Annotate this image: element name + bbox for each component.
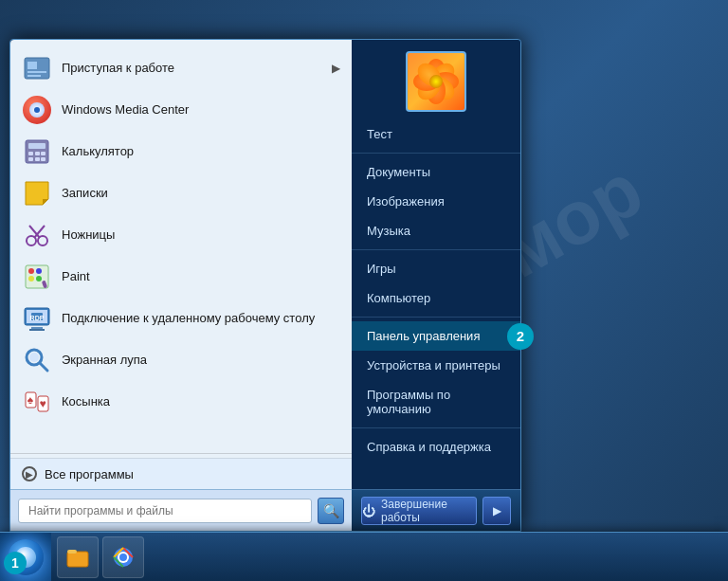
right-menu-games-text: Игры (367, 262, 396, 276)
right-menu-defaults-text: Программы по умолчанию (367, 388, 505, 416)
left-divider (10, 453, 352, 454)
all-programs-item[interactable]: ▶ Все программы (10, 458, 352, 489)
right-menu-item-music[interactable]: Музыка (352, 216, 520, 245)
paint-icon (22, 262, 52, 292)
taskbar-file-explorer[interactable] (57, 536, 99, 578)
svg-rect-1 (27, 62, 37, 69)
right-menu-control-panel-text: Панель управления (367, 329, 480, 343)
svg-rect-37 (67, 552, 88, 567)
sticky-notes-icon (22, 178, 52, 209)
chrome-icon (112, 546, 135, 569)
svg-rect-6 (28, 152, 33, 155)
right-menu-item-devices[interactable]: Устройства и принтеры (352, 351, 520, 380)
get-started-arrow: ▶ (332, 62, 340, 75)
right-panel: Тест Документы Изображения Музыка Игры К… (352, 40, 520, 531)
right-menu-documents-text: Документы (367, 165, 430, 179)
search-input[interactable] (18, 499, 312, 523)
badge-2: 2 (507, 323, 534, 350)
right-menu-devices-text: Устройства и принтеры (367, 358, 500, 372)
get-started-icon (22, 53, 52, 83)
rdp-icon: RDP (22, 303, 52, 334)
right-menu-item-games[interactable]: Игры (352, 254, 520, 283)
menu-item-get-started[interactable]: Приступая к работе ▶ (10, 47, 352, 89)
scissors-text: Ножницы (62, 227, 115, 244)
menu-item-solitaire[interactable]: ♠ ♥ Косынка (10, 381, 352, 423)
left-panel-items: Приступая к работе ▶ Windows Media Cente… (10, 40, 352, 449)
search-bar: 🔍 (10, 489, 352, 531)
start-menu: Приступая к работе ▶ Windows Media Cente… (9, 39, 521, 532)
svg-text:♥: ♥ (39, 397, 46, 410)
right-menu-help-text: Справка и поддержка (367, 440, 491, 454)
menu-item-paint[interactable]: Paint (10, 256, 352, 298)
svg-point-20 (36, 268, 42, 274)
scissors-icon (22, 220, 52, 250)
paint-text: Paint (62, 269, 90, 285)
get-started-text: Приступая к работе (62, 61, 174, 77)
right-menu-item-computer[interactable]: Компьютер (352, 283, 520, 313)
menu-item-rdp[interactable]: RDP Подключение к удаленному рабочему ст… (10, 298, 352, 339)
taskbar: 1 (0, 532, 728, 581)
right-divider-1 (352, 153, 520, 154)
user-avatar (406, 51, 466, 112)
search-button[interactable]: 🔍 (318, 498, 344, 524)
svg-rect-27 (29, 329, 45, 331)
menu-item-magnifier[interactable]: Экранная лупа (10, 339, 352, 381)
right-menu-images-text: Изображения (367, 194, 445, 209)
shutdown-bar: ⏻ Завершение работы ▶ (352, 489, 520, 531)
media-center-text: Windows Media Center (62, 102, 189, 118)
menu-item-media-center[interactable]: Windows Media Center (10, 89, 352, 131)
right-menu-item-help[interactable]: Справка и поддержка (352, 432, 520, 462)
svg-rect-9 (28, 157, 33, 161)
svg-rect-26 (31, 327, 43, 329)
right-menu-computer-text: Компьютер (367, 291, 430, 305)
svg-rect-10 (35, 157, 40, 161)
shutdown-arrow-button[interactable]: ▶ (482, 497, 511, 525)
svg-rect-7 (35, 152, 40, 155)
magnifier-text: Экранная лупа (62, 353, 147, 369)
right-menu-item-documents[interactable]: Документы (352, 157, 520, 187)
right-menu-music-text: Музыка (367, 224, 410, 238)
right-menu-item-control-panel[interactable]: Панель управления 2 (352, 321, 520, 351)
menu-item-scissors[interactable]: Ножницы (10, 214, 352, 256)
taskbar-items (51, 533, 150, 581)
calculator-text: Калькулятор (62, 144, 134, 160)
svg-rect-2 (27, 71, 46, 73)
right-menu-item-defaults[interactable]: Программы по умолчанию (352, 380, 520, 424)
right-divider-4 (352, 427, 520, 428)
right-menu-item-images[interactable]: Изображения (352, 187, 520, 216)
all-programs-text: Все программы (45, 467, 134, 481)
sticky-notes-text: Записки (62, 186, 108, 202)
taskbar-chrome[interactable] (102, 536, 144, 578)
svg-point-31 (29, 353, 39, 362)
svg-rect-8 (41, 152, 46, 155)
start-button[interactable]: 1 (0, 533, 51, 582)
menu-item-calculator[interactable]: Калькулятор (10, 131, 352, 172)
svg-text:♠: ♠ (27, 393, 34, 407)
calculator-icon (22, 136, 52, 167)
shutdown-icon: ⏻ (362, 503, 375, 518)
svg-point-21 (28, 276, 34, 281)
rdp-text: Подключение к удаленному рабочему столу (62, 311, 315, 327)
desktop: фото и мор Приступая к работе (0, 0, 728, 581)
all-programs-icon: ▶ (22, 466, 37, 481)
svg-rect-5 (28, 143, 46, 149)
svg-rect-3 (27, 75, 41, 77)
badge-1: 1 (4, 552, 27, 574)
shutdown-button[interactable]: ⏻ Завершение работы (361, 497, 477, 525)
shutdown-label: Завершение работы (381, 498, 476, 524)
menu-item-sticky-notes[interactable]: Записки (10, 172, 352, 214)
right-divider-2 (352, 249, 520, 250)
svg-point-19 (28, 268, 34, 274)
right-menu-item-user[interactable]: Тест (352, 119, 520, 149)
svg-rect-11 (41, 157, 46, 161)
solitaire-icon: ♠ ♥ (22, 387, 52, 417)
svg-rect-38 (67, 550, 77, 554)
magnifier-icon (22, 345, 52, 375)
solitaire-text: Косынка (62, 394, 110, 410)
folder-icon (66, 546, 89, 569)
svg-point-41 (119, 554, 127, 561)
flower-decoration (410, 55, 463, 108)
svg-line-32 (40, 363, 47, 371)
right-menu-user-text: Тест (367, 127, 392, 141)
left-panel: Приступая к работе ▶ Windows Media Cente… (10, 40, 352, 531)
